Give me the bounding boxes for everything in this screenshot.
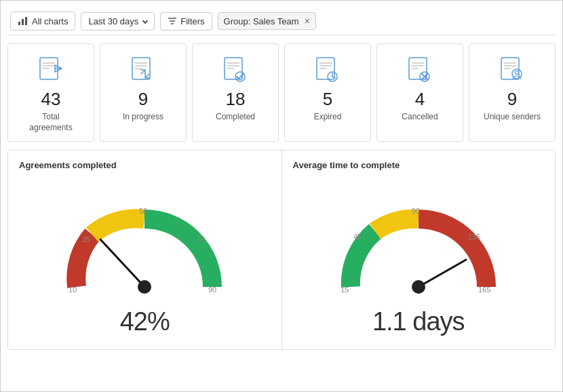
all-charts-label: All charts <box>32 16 68 26</box>
total-agreements-label: Totalagreements <box>29 112 72 133</box>
svg-text:75: 75 <box>197 235 205 243</box>
svg-rect-2 <box>25 17 27 25</box>
chart-panel-agreements-completed: Agreements completed 10 25 50 75 90 <box>8 151 282 349</box>
svg-text:135: 135 <box>468 233 480 241</box>
svg-text:25: 25 <box>82 235 90 243</box>
stats-row: 43 Totalagreements 9 In progress <box>7 43 556 142</box>
cancelled-number: 4 <box>415 90 425 108</box>
svg-text:45: 45 <box>353 233 362 241</box>
in-progress-number: 9 <box>138 90 148 108</box>
agreements-completed-gauge: 10 25 50 75 90 <box>50 178 239 314</box>
svg-text:10: 10 <box>69 286 77 294</box>
svg-point-46 <box>138 280 151 294</box>
filter-tag-close-button[interactable]: × <box>305 16 310 26</box>
filter-tag-label: Group: Sales Team <box>224 16 299 26</box>
avg-time-title: Average time to complete <box>293 160 545 170</box>
cancelled-label: Cancelled <box>402 112 438 123</box>
expired-label: Expired <box>314 112 342 123</box>
all-charts-button[interactable]: All charts <box>10 12 75 31</box>
agreements-completed-chart-area: 10 25 50 75 90 42% <box>19 176 271 338</box>
toolbar: All charts Last 30 days Filters Group: S… <box>7 7 556 35</box>
cancelled-icon <box>404 54 436 86</box>
in-progress-label: In progress <box>123 112 163 123</box>
agreements-completed-title: Agreements completed <box>19 160 271 170</box>
stat-card-in-progress: 9 In progress <box>100 43 187 142</box>
svg-text:165: 165 <box>478 286 490 294</box>
unique-senders-number: 9 <box>507 90 517 108</box>
svg-rect-1 <box>22 19 24 25</box>
svg-point-53 <box>412 280 425 294</box>
agreements-completed-value: 42% <box>120 307 170 336</box>
svg-line-45 <box>100 239 144 287</box>
charts-row: Agreements completed 10 25 50 75 90 <box>7 150 556 350</box>
completed-number: 18 <box>226 90 246 108</box>
filter-tag: Group: Sales Team × <box>218 12 316 30</box>
filters-label: Filters <box>180 16 204 26</box>
svg-line-52 <box>419 260 466 287</box>
avg-time-chart-area: 15 45 90 135 165 1.1 days <box>293 176 545 338</box>
total-agreements-number: 43 <box>41 90 61 108</box>
avg-time-value: 1.1 days <box>372 307 465 336</box>
chevron-down-icon <box>142 18 148 24</box>
charts-icon <box>18 16 28 26</box>
stat-card-expired: 5 Expired <box>284 43 371 142</box>
completed-icon <box>219 54 252 86</box>
in-progress-icon <box>127 54 159 86</box>
chart-panel-avg-time: Average time to complete 15 45 90 135 16… <box>282 151 556 349</box>
filters-button[interactable]: Filters <box>160 12 212 31</box>
svg-text:90: 90 <box>208 286 216 294</box>
filter-icon <box>168 16 177 26</box>
svg-text:50: 50 <box>139 207 147 215</box>
stat-card-cancelled: 4 Cancelled <box>376 43 463 142</box>
completed-label: Completed <box>216 112 255 123</box>
svg-point-39 <box>516 71 519 75</box>
stat-card-total-agreements: 43 Totalagreements <box>7 43 94 142</box>
stat-card-completed: 18 Completed <box>192 43 279 142</box>
send-icon <box>35 54 67 86</box>
svg-text:15: 15 <box>341 286 349 294</box>
date-range-button[interactable]: Last 30 days <box>81 12 155 31</box>
stat-card-unique-senders: 9 Unique senders <box>469 43 556 142</box>
date-range-label: Last 30 days <box>88 16 138 26</box>
expired-icon <box>311 54 344 86</box>
expired-number: 5 <box>323 90 332 108</box>
avg-time-gauge: 15 45 90 135 165 <box>324 178 513 314</box>
app-container: All charts Last 30 days Filters Group: S… <box>0 0 563 392</box>
unique-senders-icon <box>496 54 528 86</box>
svg-text:90: 90 <box>412 207 420 215</box>
svg-rect-0 <box>18 22 20 25</box>
unique-senders-label: Unique senders <box>484 112 541 123</box>
